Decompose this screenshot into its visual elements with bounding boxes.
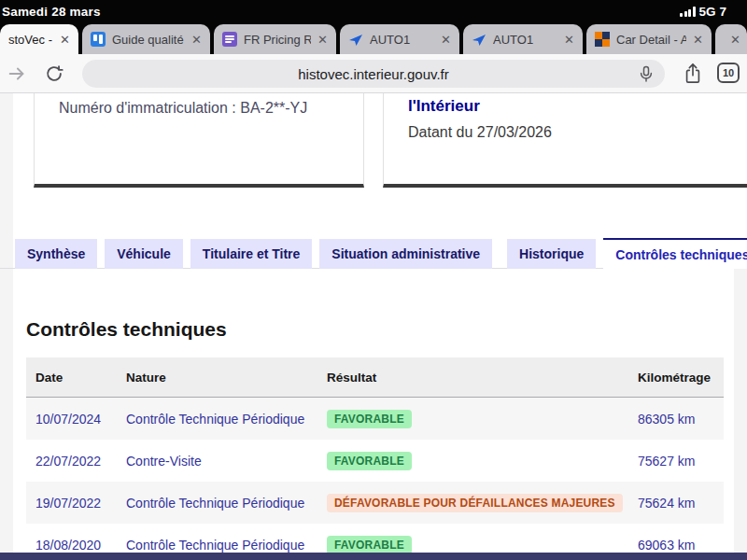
certificate-title: l'Intérieur	[408, 97, 747, 116]
browser-tab-partial[interactable]: d ✕	[715, 24, 747, 54]
certificate-date: Datant du 27/03/2026	[408, 124, 747, 141]
section-title: Contrôles techniques	[26, 318, 227, 341]
header-nature: Nature	[126, 371, 327, 385]
tab-title: Car Detail - Ad	[616, 33, 686, 47]
share-button[interactable]	[682, 63, 704, 85]
status-right: 5G 7	[680, 5, 747, 19]
header-kilometrage: Kilométrage	[638, 371, 724, 385]
tab-situation-administrative[interactable]: Situation administrative	[319, 239, 492, 269]
tab-controles-techniques[interactable]: Contrôles techniques	[603, 238, 747, 269]
microphone-icon[interactable]	[637, 63, 655, 84]
browser-tab-fr-pricing[interactable]: FR Pricing Req ✕	[214, 24, 336, 54]
share-icon	[683, 63, 703, 85]
header-date: Date	[35, 371, 126, 385]
address-bar[interactable]: histovec.interieur.gouv.fr	[82, 60, 665, 88]
cell-kilometrage: 86305 km	[638, 412, 724, 427]
cellular-signal-icon	[680, 7, 696, 17]
tab-titulaire-et-titre[interactable]: Titulaire et Titre	[190, 239, 313, 269]
battery-percent-label: 7	[720, 5, 727, 19]
browser-tab-auto1-a[interactable]: AUTO1 ✕	[340, 24, 459, 54]
cell-kilometrage: 75624 km	[638, 496, 724, 511]
cell-date: 22/07/2022	[35, 454, 126, 469]
paper-plane-icon	[472, 32, 486, 47]
forward-button[interactable]	[6, 63, 28, 85]
browser-toolbar: histovec.interieur.gouv.fr 10	[0, 54, 747, 93]
cell-date: 19/07/2022	[35, 496, 126, 511]
controls-table: Date Nature Résultat Kilométrage 10/07/2…	[26, 357, 724, 560]
status-bar: Samedi 28 mars 5G 7	[0, 0, 747, 24]
checker-logo-icon	[595, 32, 610, 47]
cell-kilometrage: 75627 km	[638, 454, 724, 469]
reload-icon	[44, 63, 64, 84]
browser-tab-strip: stoVec - Rap ✕ Guide qualité - ✕ FR Pric…	[0, 24, 747, 54]
tab-title: stoVec - Rap	[8, 33, 53, 47]
cell-nature: Contrôle Technique Périodique	[126, 496, 327, 511]
page-bottom-bar	[0, 553, 747, 560]
ipad-safari-screen: Samedi 28 mars 5G 7 stoVec - Rap ✕ Guide…	[0, 0, 747, 560]
close-tab-icon[interactable]: ✕	[693, 33, 703, 47]
table-row: 22/07/2022 Contre-Visite FAVORABLE 75627…	[26, 440, 724, 482]
open-tab-count: 10	[723, 67, 734, 78]
registration-card: Numéro d'immatriculation : BA-2**-YJ	[34, 93, 364, 188]
header-resultat: Résultat	[327, 371, 638, 385]
url-text: histovec.interieur.gouv.fr	[298, 66, 448, 82]
result-badge: DÉFAVORABLE POUR DÉFAILLANCES MAJEURES	[327, 494, 623, 512]
result-badge: FAVORABLE	[327, 410, 412, 428]
table-row: 19/07/2022 Contrôle Technique Périodique…	[26, 482, 724, 524]
tab-overview-button[interactable]: 10	[717, 63, 740, 83]
reload-button[interactable]	[43, 63, 65, 85]
cell-date: 10/07/2024	[35, 412, 126, 427]
tab-vehicule[interactable]: Véhicule	[105, 239, 183, 269]
browser-tab-guide-qualite[interactable]: Guide qualité - ✕	[82, 24, 210, 54]
tab-synthese[interactable]: Synthèse	[15, 239, 97, 269]
cell-kilometrage: 69063 km	[638, 538, 724, 553]
report-tab-bar: Synthèse Véhicule Titulaire et Titre Sit…	[0, 238, 747, 269]
browser-chrome: Samedi 28 mars 5G 7 stoVec - Rap ✕ Guide…	[0, 0, 747, 54]
cell-nature: Contrôle Technique Périodique	[126, 538, 327, 553]
certificate-card: l'Intérieur Datant du 27/03/2026	[383, 93, 747, 188]
table-row: 10/07/2024 Contrôle Technique Périodique…	[26, 398, 724, 440]
board-icon	[91, 32, 106, 47]
tab-historique[interactable]: Historique	[507, 239, 596, 269]
close-tab-icon[interactable]: ✕	[441, 33, 451, 47]
close-tab-icon[interactable]: ✕	[60, 33, 70, 47]
document-icon	[222, 32, 237, 47]
paper-plane-icon	[348, 32, 363, 47]
result-badge: FAVORABLE	[327, 452, 412, 470]
browser-tab-histovec[interactable]: stoVec - Rap ✕	[0, 24, 78, 54]
browser-tab-auto1-b[interactable]: AUTO1 ✕	[463, 24, 583, 54]
tab-title: AUTO1	[493, 33, 557, 47]
result-badge: FAVORABLE	[327, 536, 412, 554]
network-type-label: 5G	[699, 5, 716, 19]
page-right-gutter	[734, 268, 747, 553]
registration-number-text: Numéro d'immatriculation : BA-2**-YJ	[59, 100, 307, 116]
tab-title: Guide qualité -	[112, 33, 185, 47]
cell-nature: Contrôle Technique Périodique	[126, 412, 327, 427]
status-date: Samedi 28 mars	[2, 5, 101, 19]
page-left-gutter	[0, 93, 13, 553]
browser-tab-car-detail[interactable]: Car Detail - Ad ✕	[586, 24, 712, 54]
cell-nature: Contre-Visite	[126, 454, 327, 469]
cell-date: 18/08/2020	[35, 538, 126, 553]
close-tab-icon[interactable]: ✕	[191, 33, 202, 47]
close-tab-icon[interactable]: ✕	[564, 33, 574, 47]
table-header-row: Date Nature Résultat Kilométrage	[26, 357, 724, 398]
tab-title: AUTO1	[370, 33, 434, 47]
close-tab-icon[interactable]: ✕	[730, 33, 740, 47]
close-tab-icon[interactable]: ✕	[317, 33, 328, 47]
forward-arrow-icon	[7, 63, 27, 84]
tab-title: FR Pricing Req	[244, 33, 311, 47]
